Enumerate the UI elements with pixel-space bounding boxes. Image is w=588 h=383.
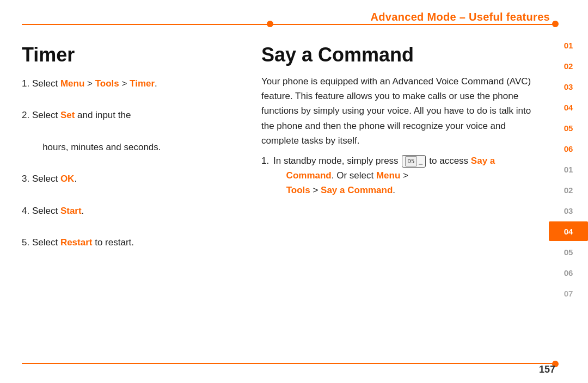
main-content: Timer 1. Select Menu > Tools > Timer. 2.… — [22, 35, 534, 350]
sidebar-item-p01[interactable]: 01 — [549, 159, 588, 179]
timer-link: Timer — [130, 78, 155, 89]
timer-steps: 1. Select Menu > Tools > Timer. 2. Selec… — [22, 76, 250, 250]
menu-link-1: Menu — [60, 78, 84, 89]
menu-link-2: Menu — [376, 170, 400, 181]
page-number: 157 — [539, 364, 555, 375]
sidebar-item-ch05[interactable]: 05 — [549, 118, 588, 138]
sidebar-item-p02[interactable]: 02 — [549, 180, 588, 200]
timer-title: Timer — [22, 44, 250, 66]
timer-step-2: 2. Select Set and input the — [22, 108, 250, 122]
sidebar-item-p07[interactable]: 07 — [549, 283, 588, 303]
key-label: D5 — [405, 156, 416, 167]
phone-key-icon: D5⎯ — [402, 155, 425, 168]
say-command-title: Say a Command — [261, 44, 534, 66]
sidebar-item-p06[interactable]: 06 — [549, 263, 588, 282]
header-line — [22, 24, 555, 25]
say-command-link-2: Say a Command — [321, 185, 393, 195]
timer-step-4: 4. Select Start. — [22, 203, 250, 218]
footer-line — [22, 363, 555, 364]
timer-step-1: 1. Select Menu > Tools > Timer. — [22, 76, 250, 91]
sidebar-item-ch06[interactable]: 06 — [549, 139, 588, 158]
say-command-section: Say a Command Your phone is equipped wit… — [250, 35, 534, 350]
sidebar-item-p05[interactable]: 05 — [549, 242, 588, 262]
timer-step-2b: hours, minutes and seconds. — [35, 140, 250, 155]
tools-link-1: Tools — [95, 78, 119, 89]
timer-section: Timer 1. Select Menu > Tools > Timer. 2.… — [22, 35, 250, 350]
sidebar-item-p04-active[interactable]: 04 — [549, 221, 588, 241]
say-command-steps: 1. In standby mode, simply press D5⎯ to … — [261, 153, 534, 198]
start-link: Start — [60, 206, 82, 216]
header-dot-right — [552, 21, 559, 27]
sidebar-item-ch01[interactable]: 01 — [549, 35, 588, 55]
sidebar: 01 02 03 04 05 06 01 02 03 04 05 06 07 — [549, 35, 588, 303]
say-command-step-1: 1. In standby mode, simply press D5⎯ to … — [261, 153, 534, 198]
sidebar-item-ch03[interactable]: 03 — [549, 77, 588, 96]
sidebar-item-ch02[interactable]: 02 — [549, 56, 588, 76]
ok-link: OK — [60, 174, 75, 184]
say-command-body: Your phone is equipped with an Advanced … — [261, 74, 534, 198]
sidebar-item-p03[interactable]: 03 — [549, 201, 588, 220]
sidebar-item-ch04[interactable]: 04 — [549, 97, 588, 117]
restart-link: Restart — [60, 237, 93, 248]
step-num-1: 1. — [261, 153, 273, 168]
step-content-1: In standby mode, simply press D5⎯ to acc… — [273, 153, 534, 198]
header-title: Advanced Mode – Useful features — [371, 11, 550, 23]
set-link: Set — [60, 110, 75, 120]
say-command-intro: Your phone is equipped with an Advanced … — [261, 74, 534, 148]
header-dot-left — [267, 21, 273, 27]
timer-step-5: 5. Select Restart to restart. — [22, 235, 250, 250]
tools-link-2: Tools — [286, 185, 310, 195]
timer-step-3: 3. Select OK. — [22, 171, 250, 186]
